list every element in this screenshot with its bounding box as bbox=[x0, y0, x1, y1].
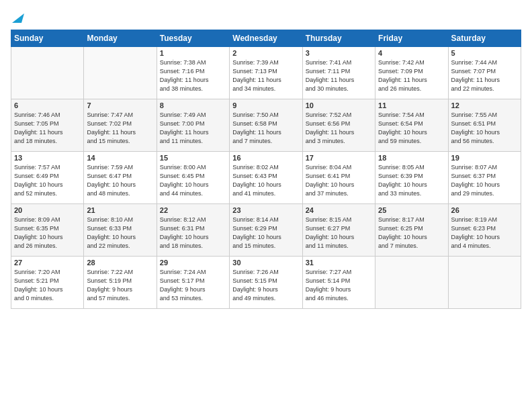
calendar-table: SundayMondayTuesdayWednesdayThursdayFrid… bbox=[11, 30, 521, 309]
calendar-cell bbox=[375, 257, 448, 309]
calendar-cell: 12Sunrise: 7:55 AM Sunset: 6:51 PM Dayli… bbox=[448, 99, 521, 152]
calendar-cell: 22Sunrise: 8:12 AM Sunset: 6:31 PM Dayli… bbox=[157, 204, 229, 257]
day-info: Sunrise: 7:22 AM Sunset: 5:19 PM Dayligh… bbox=[87, 268, 153, 303]
day-info: Sunrise: 7:49 AM Sunset: 7:00 PM Dayligh… bbox=[160, 111, 226, 146]
day-number: 2 bbox=[232, 49, 299, 57]
week-row-1: 1Sunrise: 7:38 AM Sunset: 7:16 PM Daylig… bbox=[11, 47, 521, 99]
calendar-cell: 30Sunrise: 7:26 AM Sunset: 5:15 PM Dayli… bbox=[230, 257, 302, 309]
calendar-cell: 29Sunrise: 7:24 AM Sunset: 5:17 PM Dayli… bbox=[157, 257, 229, 309]
calendar-cell: 21Sunrise: 8:10 AM Sunset: 6:33 PM Dayli… bbox=[84, 204, 157, 257]
day-info: Sunrise: 7:39 AM Sunset: 7:13 PM Dayligh… bbox=[232, 58, 299, 93]
page-container: SundayMondayTuesdayWednesdayThursdayFrid… bbox=[0, 0, 532, 314]
calendar-cell: 26Sunrise: 8:19 AM Sunset: 6:23 PM Dayli… bbox=[448, 204, 521, 257]
calendar-cell: 13Sunrise: 7:57 AM Sunset: 6:49 PM Dayli… bbox=[11, 152, 84, 204]
day-number: 15 bbox=[160, 154, 226, 162]
calendar-cell bbox=[448, 257, 521, 309]
day-info: Sunrise: 7:47 AM Sunset: 7:02 PM Dayligh… bbox=[87, 111, 153, 146]
calendar-cell: 28Sunrise: 7:22 AM Sunset: 5:19 PM Dayli… bbox=[84, 257, 157, 309]
day-info: Sunrise: 8:07 AM Sunset: 6:37 PM Dayligh… bbox=[451, 163, 518, 198]
logo-text-block bbox=[11, 11, 24, 23]
day-number: 17 bbox=[306, 154, 372, 162]
calendar-cell: 9Sunrise: 7:50 AM Sunset: 6:58 PM Daylig… bbox=[230, 99, 302, 152]
calendar-cell: 8Sunrise: 7:49 AM Sunset: 7:00 PM Daylig… bbox=[157, 99, 229, 152]
day-number: 18 bbox=[378, 154, 445, 162]
calendar-cell: 25Sunrise: 8:17 AM Sunset: 6:25 PM Dayli… bbox=[375, 204, 448, 257]
svg-marker-0 bbox=[12, 13, 24, 23]
calendar-cell: 24Sunrise: 8:15 AM Sunset: 6:27 PM Dayli… bbox=[302, 204, 375, 257]
day-info: Sunrise: 7:50 AM Sunset: 6:58 PM Dayligh… bbox=[232, 111, 299, 146]
calendar-cell: 6Sunrise: 7:46 AM Sunset: 7:05 PM Daylig… bbox=[11, 99, 84, 152]
week-row-2: 6Sunrise: 7:46 AM Sunset: 7:05 PM Daylig… bbox=[11, 99, 521, 152]
day-number: 14 bbox=[87, 154, 153, 162]
weekday-header-sunday: Sunday bbox=[11, 30, 84, 47]
day-number: 24 bbox=[306, 206, 372, 214]
day-info: Sunrise: 7:54 AM Sunset: 6:54 PM Dayligh… bbox=[378, 111, 445, 146]
calendar-cell: 14Sunrise: 7:59 AM Sunset: 6:47 PM Dayli… bbox=[84, 152, 157, 204]
calendar-cell: 17Sunrise: 8:04 AM Sunset: 6:41 PM Dayli… bbox=[302, 152, 375, 204]
day-info: Sunrise: 7:24 AM Sunset: 5:17 PM Dayligh… bbox=[160, 268, 226, 303]
weekday-header-thursday: Thursday bbox=[302, 30, 375, 47]
weekday-header-tuesday: Tuesday bbox=[157, 30, 229, 47]
calendar-cell: 10Sunrise: 7:52 AM Sunset: 6:56 PM Dayli… bbox=[302, 99, 375, 152]
day-number: 20 bbox=[14, 206, 81, 214]
day-number: 10 bbox=[306, 101, 372, 109]
day-info: Sunrise: 8:19 AM Sunset: 6:23 PM Dayligh… bbox=[451, 216, 518, 250]
day-number: 12 bbox=[451, 101, 518, 109]
week-row-3: 13Sunrise: 7:57 AM Sunset: 6:49 PM Dayli… bbox=[11, 152, 521, 204]
week-row-4: 20Sunrise: 8:09 AM Sunset: 6:35 PM Dayli… bbox=[11, 204, 521, 257]
day-number: 11 bbox=[378, 101, 445, 109]
week-row-5: 27Sunrise: 7:20 AM Sunset: 5:21 PM Dayli… bbox=[11, 257, 521, 309]
day-info: Sunrise: 8:10 AM Sunset: 6:33 PM Dayligh… bbox=[87, 216, 153, 250]
day-info: Sunrise: 8:00 AM Sunset: 6:45 PM Dayligh… bbox=[160, 163, 226, 198]
day-number: 1 bbox=[160, 49, 226, 57]
day-info: Sunrise: 8:15 AM Sunset: 6:27 PM Dayligh… bbox=[306, 216, 372, 250]
calendar-cell: 4Sunrise: 7:42 AM Sunset: 7:09 PM Daylig… bbox=[375, 47, 448, 99]
day-number: 4 bbox=[378, 49, 445, 57]
header bbox=[11, 11, 521, 23]
calendar-cell: 5Sunrise: 7:44 AM Sunset: 7:07 PM Daylig… bbox=[448, 47, 521, 99]
calendar-cell: 20Sunrise: 8:09 AM Sunset: 6:35 PM Dayli… bbox=[11, 204, 84, 257]
calendar-cell: 2Sunrise: 7:39 AM Sunset: 7:13 PM Daylig… bbox=[230, 47, 302, 99]
weekday-header-monday: Monday bbox=[84, 30, 157, 47]
day-number: 8 bbox=[160, 101, 226, 109]
day-number: 21 bbox=[87, 206, 153, 214]
day-number: 27 bbox=[14, 259, 81, 267]
day-info: Sunrise: 7:41 AM Sunset: 7:11 PM Dayligh… bbox=[306, 58, 372, 93]
calendar-cell: 1Sunrise: 7:38 AM Sunset: 7:16 PM Daylig… bbox=[157, 47, 229, 99]
day-number: 16 bbox=[232, 154, 299, 162]
calendar-cell: 18Sunrise: 8:05 AM Sunset: 6:39 PM Dayli… bbox=[375, 152, 448, 204]
calendar-cell: 31Sunrise: 7:27 AM Sunset: 5:14 PM Dayli… bbox=[302, 257, 375, 309]
day-number: 23 bbox=[232, 206, 299, 214]
day-info: Sunrise: 8:05 AM Sunset: 6:39 PM Dayligh… bbox=[378, 163, 445, 198]
calendar-cell: 19Sunrise: 8:07 AM Sunset: 6:37 PM Dayli… bbox=[448, 152, 521, 204]
day-number: 7 bbox=[87, 101, 153, 109]
day-info: Sunrise: 7:26 AM Sunset: 5:15 PM Dayligh… bbox=[232, 268, 299, 303]
day-number: 9 bbox=[232, 101, 299, 109]
calendar-cell: 16Sunrise: 8:02 AM Sunset: 6:43 PM Dayli… bbox=[230, 152, 302, 204]
weekday-header-saturday: Saturday bbox=[448, 30, 521, 47]
day-info: Sunrise: 7:44 AM Sunset: 7:07 PM Dayligh… bbox=[451, 58, 518, 93]
day-number: 19 bbox=[451, 154, 518, 162]
day-info: Sunrise: 7:59 AM Sunset: 6:47 PM Dayligh… bbox=[87, 163, 153, 198]
day-number: 13 bbox=[14, 154, 81, 162]
day-info: Sunrise: 8:04 AM Sunset: 6:41 PM Dayligh… bbox=[306, 163, 372, 198]
calendar-cell bbox=[84, 47, 157, 99]
day-number: 30 bbox=[232, 259, 299, 267]
day-info: Sunrise: 7:46 AM Sunset: 7:05 PM Dayligh… bbox=[14, 111, 81, 146]
day-info: Sunrise: 8:09 AM Sunset: 6:35 PM Dayligh… bbox=[14, 216, 81, 250]
calendar-cell: 3Sunrise: 7:41 AM Sunset: 7:11 PM Daylig… bbox=[302, 47, 375, 99]
day-info: Sunrise: 8:17 AM Sunset: 6:25 PM Dayligh… bbox=[378, 216, 445, 250]
logo bbox=[11, 11, 24, 23]
day-info: Sunrise: 7:42 AM Sunset: 7:09 PM Dayligh… bbox=[378, 58, 445, 93]
day-info: Sunrise: 7:20 AM Sunset: 5:21 PM Dayligh… bbox=[14, 268, 81, 303]
calendar-cell: 27Sunrise: 7:20 AM Sunset: 5:21 PM Dayli… bbox=[11, 257, 84, 309]
day-number: 5 bbox=[451, 49, 518, 57]
day-number: 22 bbox=[160, 206, 226, 214]
calendar-cell: 11Sunrise: 7:54 AM Sunset: 6:54 PM Dayli… bbox=[375, 99, 448, 152]
weekday-header-wednesday: Wednesday bbox=[230, 30, 302, 47]
calendar-cell: 15Sunrise: 8:00 AM Sunset: 6:45 PM Dayli… bbox=[157, 152, 229, 204]
day-info: Sunrise: 8:02 AM Sunset: 6:43 PM Dayligh… bbox=[232, 163, 299, 198]
weekday-header-row: SundayMondayTuesdayWednesdayThursdayFrid… bbox=[11, 30, 521, 47]
day-info: Sunrise: 7:38 AM Sunset: 7:16 PM Dayligh… bbox=[160, 58, 226, 93]
weekday-header-friday: Friday bbox=[375, 30, 448, 47]
